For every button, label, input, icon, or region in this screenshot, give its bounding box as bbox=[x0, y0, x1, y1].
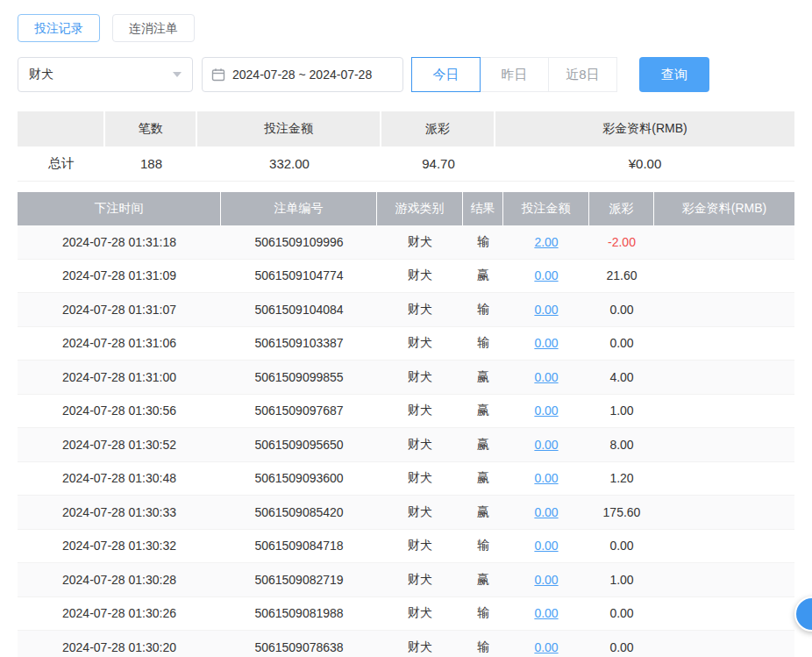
bet-time-cell: 2024-07-28 01:31:07 bbox=[18, 293, 221, 326]
game-select[interactable]: 财犬 bbox=[18, 57, 193, 92]
header-order-id: 注单编号 bbox=[221, 192, 377, 225]
summary-bet-amount-value: 332.00 bbox=[197, 146, 381, 182]
table-row: 2024-07-28 01:30:325061509084718财犬输0.000… bbox=[18, 530, 794, 564]
bonus-cell bbox=[654, 428, 794, 461]
bonus-cell bbox=[654, 597, 794, 631]
order-id-cell: 5061509084718 bbox=[221, 530, 377, 563]
bonus-cell bbox=[654, 530, 794, 563]
bet-amount-link[interactable]: 0.00 bbox=[534, 336, 558, 350]
bet-amount-cell: 0.00 bbox=[503, 428, 589, 461]
header-payout: 派彩 bbox=[589, 192, 654, 225]
bet-amount-link[interactable]: 0.00 bbox=[534, 403, 558, 418]
game-type-cell: 财犬 bbox=[377, 563, 463, 596]
page: 投注记录 连消注单 财犬 2024-07-28 ~ 2024-07-28 今日 … bbox=[0, 0, 812, 657]
table-row: 2024-07-28 01:30:265061509081988财犬输0.000… bbox=[18, 597, 794, 632]
summary-payout-value: 94.70 bbox=[381, 146, 495, 182]
bet-amount-link[interactable]: 0.00 bbox=[534, 370, 558, 384]
bet-amount-cell: 0.00 bbox=[503, 530, 589, 563]
order-id-cell: 5061509097687 bbox=[221, 395, 377, 428]
result-cell: 赢 bbox=[463, 496, 503, 529]
table-row: 2024-07-28 01:31:095061509104774财犬赢0.002… bbox=[18, 260, 794, 294]
game-type-cell: 财犬 bbox=[377, 260, 463, 293]
table-row: 2024-07-28 01:31:065061509103387财犬输0.000… bbox=[18, 327, 794, 361]
summary-header-payout: 派彩 bbox=[381, 111, 495, 146]
quick-yesterday-button[interactable]: 昨日 bbox=[480, 57, 549, 92]
table-row: 2024-07-28 01:30:335061509085420财犬赢0.001… bbox=[18, 496, 794, 530]
table-row: 2024-07-28 01:30:205061509078638财犬输0.000… bbox=[18, 631, 794, 657]
summary-bonus-value: ¥0.00 bbox=[495, 146, 794, 182]
order-id-cell: 5061509081988 bbox=[221, 597, 377, 631]
bet-amount-link[interactable]: 0.00 bbox=[534, 606, 558, 620]
bonus-cell bbox=[654, 260, 794, 293]
payout-cell: 1.20 bbox=[589, 462, 654, 496]
tab-cancel-orders[interactable]: 连消注单 bbox=[112, 14, 195, 42]
bet-amount-link[interactable]: 0.00 bbox=[534, 505, 558, 519]
payout-cell: 0.00 bbox=[589, 631, 654, 657]
header-game-type: 游戏类别 bbox=[377, 192, 463, 225]
bet-amount-link[interactable]: 0.00 bbox=[534, 640, 558, 654]
bonus-cell bbox=[654, 462, 794, 496]
summary-header-blank bbox=[18, 111, 105, 146]
bet-amount-cell: 0.00 bbox=[503, 597, 589, 631]
quick-last8days-button[interactable]: 近8日 bbox=[548, 57, 617, 92]
result-cell: 输 bbox=[463, 631, 503, 657]
summary-header-bet-amount: 投注金额 bbox=[197, 111, 381, 146]
bet-amount-link[interactable]: 0.00 bbox=[534, 539, 558, 553]
game-type-cell: 财犬 bbox=[377, 395, 463, 428]
result-cell: 输 bbox=[463, 225, 503, 259]
bonus-cell bbox=[654, 293, 794, 326]
result-cell: 输 bbox=[463, 597, 503, 631]
table-row: 2024-07-28 01:30:525061509095650财犬赢0.008… bbox=[18, 428, 794, 462]
bet-amount-cell: 0.00 bbox=[503, 293, 589, 326]
quick-date-buttons: 今日 昨日 近8日 bbox=[412, 57, 617, 92]
bet-amount-cell: 0.00 bbox=[503, 260, 589, 293]
result-cell: 输 bbox=[463, 327, 503, 361]
chevron-down-icon bbox=[173, 72, 182, 77]
bonus-cell bbox=[654, 563, 794, 596]
order-id-cell: 5061509085420 bbox=[221, 496, 377, 529]
bet-table-body: 2024-07-28 01:31:185061509109996财犬输2.00-… bbox=[18, 225, 794, 657]
filter-bar: 财犬 2024-07-28 ~ 2024-07-28 今日 昨日 近8日 查询 bbox=[18, 57, 794, 92]
table-row: 2024-07-28 01:30:565061509097687财犬赢0.001… bbox=[18, 395, 794, 429]
bonus-cell bbox=[654, 496, 794, 529]
bet-amount-cell: 0.00 bbox=[503, 327, 589, 361]
order-id-cell: 5061509078638 bbox=[221, 631, 377, 657]
bet-amount-link[interactable]: 0.00 bbox=[534, 438, 558, 452]
game-type-cell: 财犬 bbox=[377, 631, 463, 657]
order-id-cell: 5061509095650 bbox=[221, 428, 377, 461]
game-type-cell: 财犬 bbox=[377, 327, 463, 361]
game-select-value: 财犬 bbox=[29, 67, 53, 82]
bet-amount-link[interactable]: 0.00 bbox=[534, 573, 558, 587]
bonus-cell bbox=[654, 631, 794, 657]
bet-amount-cell: 0.00 bbox=[503, 462, 589, 496]
tab-bet-records[interactable]: 投注记录 bbox=[18, 14, 100, 42]
bet-time-cell: 2024-07-28 01:30:20 bbox=[18, 631, 221, 657]
order-id-cell: 5061509103387 bbox=[221, 327, 377, 361]
bet-amount-cell: 2.00 bbox=[503, 225, 589, 259]
bet-amount-link[interactable]: 0.00 bbox=[534, 303, 558, 317]
bet-amount-link[interactable]: 2.00 bbox=[534, 235, 558, 249]
bet-time-cell: 2024-07-28 01:30:52 bbox=[18, 428, 221, 461]
bet-amount-link[interactable]: 0.00 bbox=[534, 268, 558, 282]
order-id-cell: 5061509082719 bbox=[221, 563, 377, 596]
header-bet-amount: 投注金额 bbox=[503, 192, 589, 225]
bet-time-cell: 2024-07-28 01:31:18 bbox=[18, 225, 221, 259]
payout-cell: 0.00 bbox=[589, 293, 654, 326]
table-row: 2024-07-28 01:31:005061509099855财犬赢0.004… bbox=[18, 361, 794, 395]
result-cell: 输 bbox=[463, 530, 503, 563]
bet-time-cell: 2024-07-28 01:30:48 bbox=[18, 462, 221, 496]
date-range-picker[interactable]: 2024-07-28 ~ 2024-07-28 bbox=[202, 57, 403, 92]
bet-amount-link[interactable]: 0.00 bbox=[534, 471, 558, 485]
payout-cell: 1.00 bbox=[589, 395, 654, 428]
query-button[interactable]: 查询 bbox=[639, 57, 709, 92]
header-bet-time: 下注时间 bbox=[18, 192, 221, 225]
summary-total-label: 总计 bbox=[18, 146, 105, 182]
result-cell: 赢 bbox=[463, 428, 503, 461]
result-cell: 赢 bbox=[463, 563, 503, 596]
quick-today-button[interactable]: 今日 bbox=[411, 57, 481, 92]
result-cell: 输 bbox=[463, 293, 503, 326]
order-id-cell: 5061509104774 bbox=[221, 260, 377, 293]
bet-time-cell: 2024-07-28 01:30:32 bbox=[18, 530, 221, 563]
order-id-cell: 5061509109996 bbox=[221, 225, 377, 259]
order-id-cell: 5061509093600 bbox=[221, 462, 377, 496]
